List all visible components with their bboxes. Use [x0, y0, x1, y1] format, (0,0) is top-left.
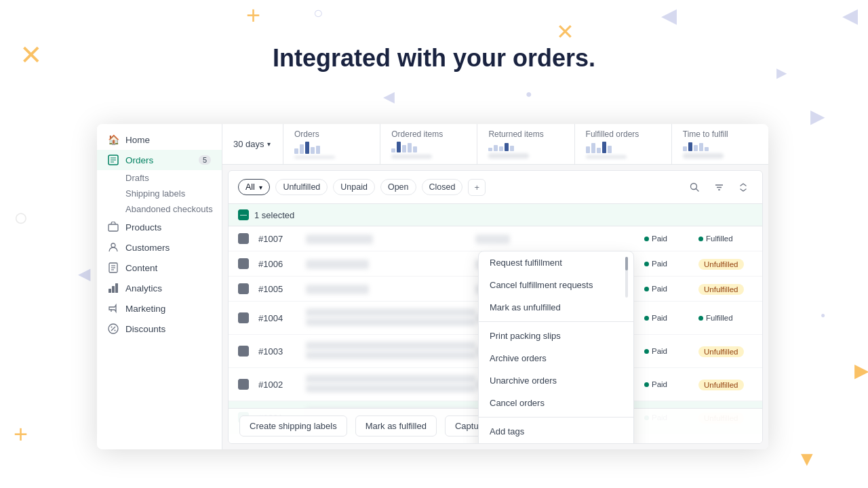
fulfillment-1007: Fulfilled	[698, 235, 753, 243]
filter-unpaid[interactable]: Unpaid	[333, 179, 375, 195]
sidebar-home-label: Home	[125, 135, 150, 145]
main-content: 30 days ▾ Orders Ordered items	[222, 124, 768, 449]
selection-count: 1 selected	[254, 210, 294, 220]
sidebar-item-content[interactable]: Content	[97, 258, 222, 278]
filter-closed[interactable]: Closed	[422, 179, 463, 195]
svg-rect-4	[108, 224, 118, 231]
filter-all[interactable]: All ▾	[238, 179, 270, 195]
period-selector[interactable]: 30 days ▾	[222, 124, 283, 164]
dropdown-archive-orders[interactable]: Archive orders	[479, 347, 633, 369]
sidebar-content-label: Content	[125, 263, 157, 273]
filter-icon-button[interactable]	[709, 178, 728, 197]
order-number-1006: #1006	[258, 259, 306, 269]
dropdown-print-packing[interactable]: Print packing slips	[479, 325, 633, 347]
dropdown-request-fulfillment[interactable]: Request fulfillment	[479, 251, 633, 274]
row-checkbox-1006[interactable]	[238, 258, 249, 269]
sidebar-item-analytics[interactable]: Analytics	[97, 278, 222, 298]
stat-ordered-items: Ordered items	[380, 124, 477, 164]
filter-bar: All ▾ Unfulfilled Unpaid Open Closed +	[229, 171, 762, 204]
deco-plus-2: +	[14, 420, 28, 449]
filter-add-button[interactable]: +	[468, 179, 486, 196]
svg-point-16	[115, 330, 116, 331]
deco-circle-left: ○	[14, 203, 28, 232]
row-checkbox-1007[interactable]	[238, 233, 249, 244]
orders-icon	[108, 155, 119, 165]
sidebar-item-orders[interactable]: Orders 5	[97, 150, 222, 170]
table-row[interactable]: #1007 Jan 23 at 10:30am John Doe Paid Fu…	[229, 226, 762, 251]
stat-orders-label: Orders	[294, 129, 369, 139]
stat-time-chart	[683, 142, 757, 151]
ui-window: 🏠 Home Orders 5 Drafts Shipping labels A…	[97, 124, 768, 449]
filter-open[interactable]: Open	[380, 179, 416, 195]
deco-tri-7: ▼	[797, 447, 817, 470]
select-all-checkbox[interactable]: —	[238, 209, 249, 220]
dropdown-cancel-orders[interactable]: Cancel orders	[479, 392, 633, 414]
sort-button[interactable]	[734, 178, 753, 197]
stat-fulfilled: Fulfilled orders	[575, 124, 672, 164]
deco-dot-2: ●	[821, 310, 825, 320]
stat-orders-chart	[294, 142, 369, 154]
dropdown-unarchive-orders[interactable]: Unarchive orders	[479, 369, 633, 392]
deco-tri-2: ◀	[842, 3, 858, 27]
deco-plus-1: +	[246, 1, 260, 30]
row-checkbox-1003[interactable]	[238, 346, 249, 357]
stat-fulfilled-value	[586, 155, 627, 159]
content-icon	[108, 262, 119, 273]
filter-all-arrow: ▾	[259, 184, 262, 191]
sidebar-item-products[interactable]: Products	[97, 217, 222, 237]
sidebar-sub-abandoned[interactable]: Abandoned checkouts	[97, 201, 222, 217]
dropdown-remove-tags[interactable]: Remove tags	[479, 443, 633, 444]
payment-status-1005: Paid	[644, 285, 698, 293]
sidebar-item-customers[interactable]: Customers	[97, 237, 222, 258]
selection-bar: — 1 selected	[229, 204, 762, 226]
analytics-icon	[108, 283, 119, 293]
stat-fulfilled-chart	[586, 142, 660, 153]
deco-tri-1: ◀	[661, 3, 677, 27]
sidebar-discounts-label: Discounts	[125, 324, 165, 334]
row-checkbox-1002[interactable]	[238, 379, 249, 390]
stat-ordered-chart	[391, 142, 466, 152]
dropdown-add-tags[interactable]: Add tags	[479, 420, 633, 443]
sidebar-item-home[interactable]: 🏠 Home	[97, 129, 222, 150]
orders-badge: 5	[199, 155, 211, 165]
svg-line-18	[696, 188, 698, 191]
dropdown-cancel-fulfillment[interactable]: Cancel fulfillment requests	[479, 274, 633, 296]
create-shipping-button[interactable]: Create shipping labels	[239, 415, 347, 436]
dropdown-mark-unfulfilled[interactable]: Mark as unfulfilled	[479, 296, 633, 319]
sidebar-item-marketing[interactable]: Marketing	[97, 298, 222, 319]
sidebar-sub-drafts[interactable]: Drafts	[97, 170, 222, 186]
deco-tri-4: ▶	[810, 105, 825, 127]
deco-dot-1: ●	[526, 88, 532, 100]
deco-tri-5: ◀	[78, 264, 90, 283]
sidebar-customers-label: Customers	[125, 243, 170, 253]
row-checkbox-1005[interactable]	[238, 283, 249, 294]
customers-icon	[108, 242, 119, 253]
marketing-icon	[108, 303, 119, 314]
fulfillment-1005: Unfulfilled	[698, 284, 744, 295]
sidebar-sub-shipping[interactable]: Shipping labels	[97, 186, 222, 201]
deco-x-1: ✕	[556, 19, 574, 45]
stat-time: Time to fulfill	[672, 124, 768, 164]
stat-ordered-value	[391, 155, 432, 159]
sidebar-orders-label: Orders	[125, 155, 153, 165]
svg-rect-11	[112, 286, 115, 293]
filter-unfulfilled[interactable]: Unfulfilled	[275, 179, 328, 195]
fulfillment-1006: Unfulfilled	[698, 259, 744, 270]
stat-returned-value	[488, 153, 529, 159]
stats-bar: 30 days ▾ Orders Ordered items	[222, 124, 768, 165]
sidebar-products-label: Products	[125, 222, 161, 232]
stat-returned: Returned items	[477, 124, 574, 164]
dropdown-divider-1	[479, 321, 633, 322]
order-number-1003: #1003	[258, 346, 306, 357]
period-chevron: ▾	[267, 140, 271, 148]
payment-status-1007: Paid	[644, 235, 698, 243]
fulfillment-1003: Unfulfilled	[698, 346, 744, 357]
filter-all-label: All	[245, 182, 255, 192]
stat-time-value	[683, 153, 724, 159]
search-button[interactable]	[685, 178, 704, 197]
row-checkbox-1004[interactable]	[238, 312, 249, 323]
stat-returned-chart	[488, 142, 563, 151]
mark-fulfilled-button[interactable]: Mark as fulfilled	[355, 415, 437, 436]
sidebar-item-discounts[interactable]: Discounts	[97, 319, 222, 339]
deco-tri-6: ▶	[854, 359, 868, 382]
